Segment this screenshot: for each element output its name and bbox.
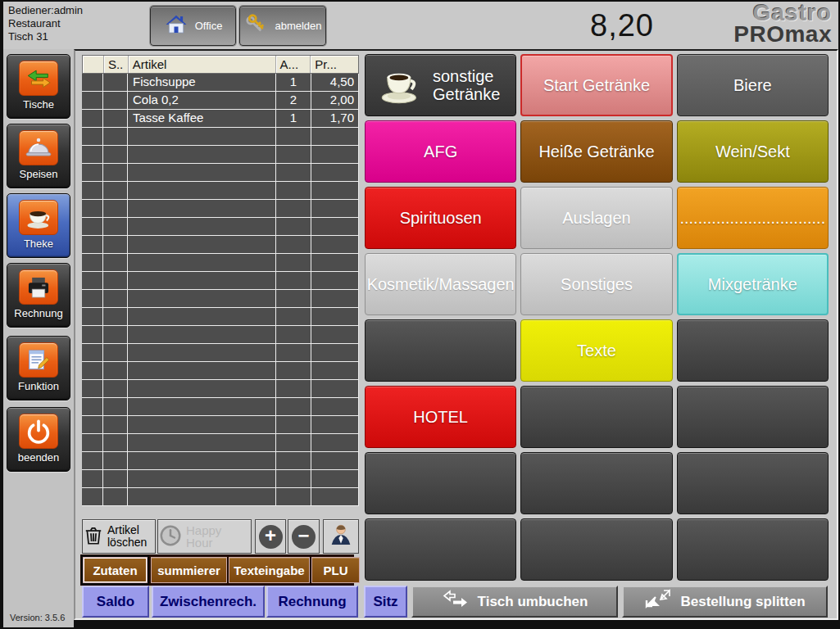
- order-row-empty[interactable]: [82, 182, 359, 200]
- order-row-empty[interactable]: [82, 272, 359, 290]
- sidebar-item-label: Speisen: [20, 168, 58, 180]
- order-cell: [276, 344, 311, 362]
- sidebar-item-funktion[interactable]: Funktion: [7, 336, 70, 400]
- order-cell: [103, 362, 128, 380]
- category-empty-slot[interactable]: [677, 386, 829, 448]
- sidebar-item-speisen[interactable]: Speisen: [7, 124, 70, 188]
- column-header-state[interactable]: [83, 56, 104, 73]
- column-header-sitz[interactable]: S..: [104, 56, 129, 73]
- rechnung-label: Rechnung: [278, 594, 346, 610]
- sidebar-item-label: Rechnung: [14, 307, 62, 319]
- tisch-umbuchen-label: Tisch umbuchen: [478, 594, 588, 610]
- order-cell: [128, 200, 276, 218]
- category-sonstiges[interactable]: Sonstiges: [520, 253, 672, 315]
- order-cell: [276, 236, 311, 254]
- transfer-arrows-icon: [442, 589, 470, 614]
- order-row-empty[interactable]: [82, 362, 359, 380]
- function-button-texteingabe[interactable]: Texteingabe: [229, 557, 310, 583]
- order-row-empty[interactable]: [82, 452, 359, 470]
- order-cell: [311, 218, 359, 236]
- order-row-empty[interactable]: [82, 470, 359, 488]
- order-row-empty[interactable]: [82, 146, 359, 164]
- order-cell: [311, 200, 359, 218]
- order-row-empty[interactable]: [82, 434, 359, 452]
- order-row-empty[interactable]: [82, 164, 359, 182]
- order-row-empty[interactable]: [82, 200, 359, 218]
- order-row-empty[interactable]: [82, 326, 359, 344]
- order-row-empty[interactable]: [82, 398, 359, 416]
- category-texte[interactable]: Texte: [520, 319, 672, 382]
- decrease-quantity-button[interactable]: −: [288, 519, 320, 554]
- order-row-empty[interactable]: [82, 416, 359, 434]
- sidebar-item-theke[interactable]: Theke: [7, 193, 70, 258]
- sidebar-item-rechnung[interactable]: Rechnung: [7, 263, 70, 328]
- delete-article-label: Artikel löschen: [107, 524, 155, 548]
- split-arrow-icon: [644, 589, 672, 614]
- order-table-header: S.. Artikel A... Pr...: [82, 55, 359, 74]
- office-button[interactable]: Office: [150, 6, 236, 46]
- increase-quantity-button[interactable]: +: [255, 519, 286, 554]
- order-row-empty[interactable]: [82, 488, 359, 506]
- order-row-empty[interactable]: [82, 290, 359, 308]
- category-biere[interactable]: Biere: [677, 54, 829, 116]
- category-kosmetik-massagen[interactable]: Kosmetik/Massagen: [365, 253, 516, 315]
- rechnung-button[interactable]: Rechnung: [266, 586, 358, 618]
- waiter-button[interactable]: [323, 519, 359, 554]
- order-row-empty[interactable]: [82, 308, 359, 326]
- category-empty-slot[interactable]: [365, 319, 516, 382]
- column-header-artikel[interactable]: Artikel: [129, 56, 276, 73]
- function-button-summierer[interactable]: summierer: [151, 557, 227, 583]
- order-cell: [82, 272, 103, 290]
- sitz-button[interactable]: Sitz: [364, 586, 407, 618]
- order-cell: [311, 416, 359, 434]
- category-afg[interactable]: AFG: [365, 120, 516, 183]
- order-row-empty[interactable]: [82, 254, 359, 272]
- function-button-plu[interactable]: PLU: [311, 557, 360, 583]
- order-row-empty[interactable]: [82, 380, 359, 398]
- category-empty-slot[interactable]: [677, 518, 829, 581]
- order-cell: [128, 326, 276, 344]
- category-wein-sekt[interactable]: Wein/Sekt: [677, 120, 829, 183]
- sidebar-item-tische[interactable]: Tische: [7, 54, 70, 119]
- category-sonstige-getränke[interactable]: sonstige Getränke: [365, 54, 516, 116]
- order-row[interactable]: Fischsuppe14,50: [82, 74, 359, 92]
- order-cell: 1: [276, 110, 311, 128]
- order-row[interactable]: Tasse Kaffee11,70: [82, 110, 359, 128]
- zwischenrechnung-button[interactable]: Zwischenrech.: [152, 586, 265, 618]
- order-row-empty[interactable]: [82, 344, 359, 362]
- order-row-empty[interactable]: [82, 218, 359, 236]
- order-cell: [103, 128, 128, 146]
- order-row-empty[interactable]: [82, 236, 359, 254]
- delete-article-button[interactable]: Artikel löschen: [82, 519, 156, 554]
- order-cell: [311, 254, 359, 272]
- category-empty-slot[interactable]: [520, 452, 672, 514]
- category-[interactable]: ................................: [677, 187, 829, 249]
- order-row-empty[interactable]: [82, 128, 359, 146]
- category-empty-slot[interactable]: [365, 452, 516, 514]
- category-empty-slot[interactable]: [365, 518, 516, 581]
- logout-button[interactable]: abmelden: [239, 6, 326, 46]
- category-heiße-getränke[interactable]: Heiße Getränke: [520, 120, 672, 183]
- category-empty-slot[interactable]: [520, 386, 672, 448]
- category-auslagen[interactable]: Auslagen: [520, 187, 672, 249]
- tisch-umbuchen-button[interactable]: Tisch umbuchen: [411, 586, 618, 618]
- category-empty-slot[interactable]: [677, 319, 829, 382]
- saldo-button[interactable]: Saldo: [82, 586, 149, 618]
- category-mixgetränke[interactable]: Mixgetränke: [677, 253, 829, 315]
- column-header-preis[interactable]: Pr...: [311, 56, 358, 73]
- column-header-anzahl[interactable]: A...: [276, 56, 311, 73]
- function-button-zutaten[interactable]: Zutaten: [83, 557, 148, 583]
- category-start-getränke[interactable]: Start Getränke: [520, 54, 672, 116]
- order-cell: [82, 308, 103, 326]
- category-empty-slot[interactable]: [520, 518, 672, 581]
- happy-hour-button[interactable]: Happy Hour: [157, 519, 252, 554]
- bestellung-splitten-button[interactable]: Bestellung splitten: [622, 586, 828, 618]
- category-spirituosen[interactable]: Spirituosen: [365, 187, 516, 249]
- sidebar-item-beenden[interactable]: beenden: [7, 407, 70, 472]
- category-empty-slot[interactable]: [677, 452, 829, 514]
- order-cell: [82, 92, 103, 110]
- order-cell: [276, 380, 311, 398]
- category-hotel[interactable]: HOTEL: [365, 386, 516, 448]
- document-pencil-icon: [19, 342, 58, 378]
- order-row[interactable]: Cola 0,222,00: [82, 92, 359, 110]
